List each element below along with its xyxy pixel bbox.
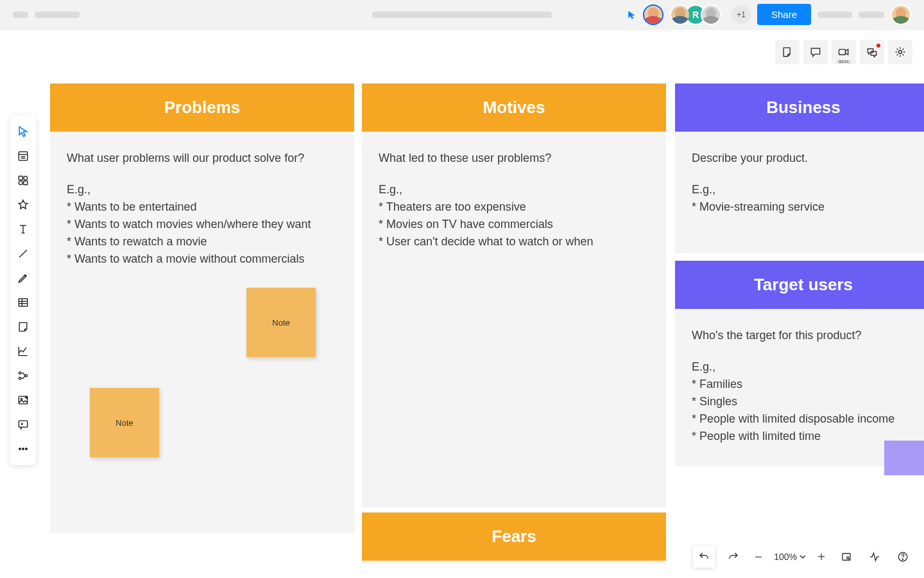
title-placeholder[interactable] xyxy=(35,12,80,18)
menu-placeholder[interactable] xyxy=(13,12,28,18)
avatar-letter: R xyxy=(692,10,699,20)
example-line: * Wants to rewatch a movie xyxy=(67,233,338,250)
reactions-button[interactable] xyxy=(860,40,884,64)
zoom-out-button[interactable]: − xyxy=(752,550,765,565)
column-header-fears[interactable]: Fears xyxy=(362,512,666,561)
avatar-collaborator-3[interactable] xyxy=(701,4,721,25)
example-line: * Movie-streaming service xyxy=(692,198,915,216)
column-prompt: What user problems will our product solv… xyxy=(67,150,338,167)
svg-rect-14 xyxy=(19,299,27,306)
more-tools[interactable] xyxy=(12,438,34,460)
activity-button[interactable] xyxy=(865,547,884,566)
svg-point-28 xyxy=(19,448,21,450)
redo-button[interactable] xyxy=(724,547,743,566)
chevron-down-icon xyxy=(800,554,806,560)
example-lead: E.g., xyxy=(692,181,915,198)
example-line: * User can't decide what to watch or whe… xyxy=(379,233,649,250)
notification-dot-icon xyxy=(877,44,880,48)
column-prompt: What led to these user problems? xyxy=(379,150,649,167)
help-button[interactable] xyxy=(893,547,912,566)
frame-comment-tool[interactable] xyxy=(12,414,34,435)
svg-rect-2 xyxy=(19,152,27,160)
table-tool[interactable] xyxy=(12,292,34,313)
svg-point-7 xyxy=(24,176,28,180)
example-line: * Theaters are too expensive xyxy=(379,198,649,216)
sticky-note[interactable]: Note xyxy=(90,388,159,457)
column-body-target-users[interactable]: Who's the target for this product? E.g.,… xyxy=(675,309,924,463)
example-line: * Wants to be entertained xyxy=(67,198,338,216)
shapes-tool[interactable] xyxy=(12,170,34,191)
header-right-group: R +1 Share xyxy=(628,4,911,25)
select-tool[interactable] xyxy=(12,121,34,143)
svg-point-32 xyxy=(847,557,849,559)
column-header-target-users[interactable]: Target users xyxy=(675,261,924,309)
example-lead: E.g., xyxy=(379,181,649,198)
svg-rect-8 xyxy=(24,181,28,185)
example-line: * People with limited disposable income xyxy=(692,410,915,428)
cursor-icon xyxy=(628,10,637,19)
avatar-profile[interactable] xyxy=(891,4,911,25)
star-tool[interactable] xyxy=(12,194,34,216)
pen-tool[interactable] xyxy=(12,267,34,289)
svg-point-35 xyxy=(902,559,903,559)
share-button[interactable]: Share xyxy=(757,4,811,25)
svg-point-20 xyxy=(25,374,27,376)
undo-button[interactable] xyxy=(693,546,715,568)
example-line: * Wants to watch movies when/where they … xyxy=(67,216,338,233)
header-placeholder-2[interactable] xyxy=(859,12,884,18)
example-line: * Families xyxy=(692,376,915,393)
avatar-group: R xyxy=(670,4,721,25)
header-left-group xyxy=(13,12,80,18)
column-prompt: Describe your product. xyxy=(692,150,915,167)
svg-line-33 xyxy=(848,559,850,560)
template-tool[interactable] xyxy=(12,145,34,167)
header-placeholder-1[interactable] xyxy=(817,12,852,18)
avatar-current-user[interactable] xyxy=(643,4,663,25)
column-header-problems[interactable]: Problems xyxy=(50,83,354,132)
svg-point-29 xyxy=(22,448,24,450)
doc-title-placeholder[interactable] xyxy=(372,12,552,18)
mindmap-tool[interactable] xyxy=(12,365,34,387)
partial-block[interactable] xyxy=(884,441,924,475)
svg-point-18 xyxy=(19,372,21,374)
line-tool[interactable] xyxy=(12,243,34,265)
comment-tool-button[interactable] xyxy=(803,40,828,64)
svg-line-13 xyxy=(19,250,27,258)
column-body-business[interactable]: Describe your product. E.g., * Movie-str… xyxy=(675,132,924,234)
bottom-toolbar: − 100% + xyxy=(693,546,912,568)
settings-button[interactable] xyxy=(888,40,912,64)
svg-rect-0 xyxy=(839,49,846,55)
example-lead: E.g., xyxy=(692,358,915,376)
left-toolbar xyxy=(10,116,36,465)
sticky-note[interactable]: Note xyxy=(246,288,316,357)
sticky-tool[interactable] xyxy=(12,316,34,338)
example-lead: E.g., xyxy=(67,181,338,198)
column-motives[interactable]: Motives What led to these user problems?… xyxy=(362,83,666,507)
zoom-in-button[interactable]: + xyxy=(815,550,828,565)
svg-point-19 xyxy=(19,378,21,380)
example-line: * People with limited time xyxy=(692,428,915,445)
column-body-motives[interactable]: What led to these user problems? E.g., *… xyxy=(362,132,666,268)
column-prompt: Who's the target for this product? xyxy=(692,327,915,344)
secondary-toolbar: BETA xyxy=(775,40,912,64)
svg-point-30 xyxy=(26,448,28,450)
fit-button[interactable] xyxy=(837,547,856,566)
chart-tool[interactable] xyxy=(12,340,34,362)
example-line: * Wants to watch a movie without commerc… xyxy=(67,250,338,268)
top-header: R +1 Share xyxy=(0,0,924,30)
column-body-problems[interactable]: What user problems will our product solv… xyxy=(50,132,354,286)
text-tool[interactable] xyxy=(12,218,34,240)
note-tool-button[interactable] xyxy=(775,40,800,64)
column-fears[interactable]: Fears xyxy=(362,512,666,564)
image-tool[interactable] xyxy=(12,389,34,411)
column-header-business[interactable]: Business xyxy=(675,83,924,132)
svg-point-9 xyxy=(19,181,22,185)
zoom-level[interactable]: 100% xyxy=(774,552,806,562)
column-business[interactable]: Business Describe your product. E.g., * … xyxy=(675,83,924,253)
column-target-users[interactable]: Target users Who's the target for this p… xyxy=(675,261,924,466)
video-tool-button[interactable]: BETA xyxy=(832,40,856,64)
svg-point-1 xyxy=(899,51,902,54)
avatar-overflow-count[interactable]: +1 xyxy=(732,5,751,24)
canvas[interactable]: Problems What user problems will our pro… xyxy=(0,30,924,578)
column-header-motives[interactable]: Motives xyxy=(362,83,666,132)
